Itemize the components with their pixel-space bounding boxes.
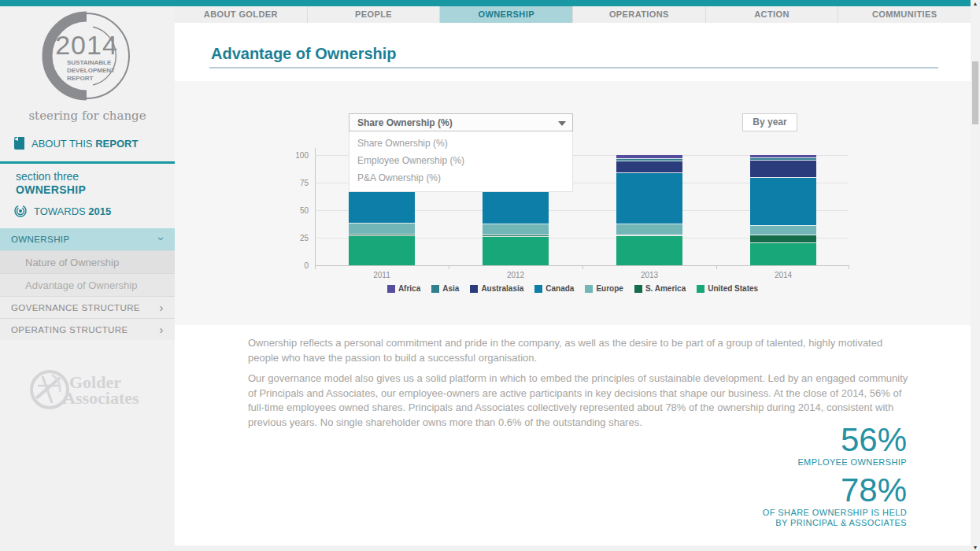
option-share-ownership[interactable]: Share Ownership (%) bbox=[349, 135, 572, 152]
top-nav: ABOUT GOLDERPEOPLEOWNERSHIPOPERATIONSACT… bbox=[175, 6, 971, 23]
x-axis-label-2013: 2013 bbox=[616, 271, 682, 279]
bar-segment-canada bbox=[750, 178, 816, 225]
y-axis-line bbox=[315, 148, 316, 266]
tab-people[interactable]: PEOPLE bbox=[308, 6, 441, 23]
scrollbar-thumb[interactable] bbox=[972, 61, 978, 124]
chevron-right-icon: › bbox=[160, 324, 164, 335]
tab-action[interactable]: ACTION bbox=[706, 6, 839, 23]
y-tick-label: 75 bbox=[283, 179, 309, 187]
title-underline bbox=[209, 67, 938, 68]
scrollbar-up-arrow-icon[interactable]: ▲ bbox=[971, 1, 980, 6]
bar-segment-australasia bbox=[616, 161, 682, 173]
sidebar-item-operating-structure[interactable]: OPERATING STRUCTURE› bbox=[0, 318, 175, 340]
section-heading: section three OWNERSHIP bbox=[16, 170, 86, 197]
bar-segment-canada bbox=[616, 173, 682, 224]
sidebar-item-governance-structure[interactable]: GOVERNANCE STRUCTURE› bbox=[0, 296, 175, 318]
option-employee-ownership[interactable]: Employee Ownership (%) bbox=[349, 152, 572, 169]
legend-swatch bbox=[585, 285, 593, 293]
about-this-report-link[interactable]: ABOUT THIS REPORT bbox=[14, 137, 172, 150]
section-eyebrow: section three bbox=[16, 170, 86, 183]
legend-label: Africa bbox=[398, 284, 420, 293]
svg-text:2014: 2014 bbox=[55, 30, 118, 60]
scrollbar[interactable]: ▲ ▼ bbox=[971, 0, 980, 551]
tab-communities[interactable]: COMMUNITIES bbox=[838, 6, 971, 23]
tab-about-golder[interactable]: ABOUT GOLDER bbox=[175, 6, 308, 23]
legend-item-united-states: United States bbox=[697, 284, 758, 293]
legend-item-europe: Europe bbox=[585, 284, 623, 293]
bar-segment-europe bbox=[616, 224, 682, 235]
metric-select-options: Share Ownership (%)Employee Ownership (%… bbox=[349, 131, 573, 192]
legend-label: S. America bbox=[645, 284, 686, 293]
bar-segment-united-states bbox=[616, 236, 682, 265]
y-tick-label: 0 bbox=[283, 261, 309, 270]
about-report-label: ABOUT THIS REPORT bbox=[31, 138, 138, 150]
y-tick-label: 50 bbox=[283, 206, 309, 215]
chevron-down-icon bbox=[558, 121, 566, 126]
report-logo: 2014 SUSTAINABLE DEVELOPMENT REPORT bbox=[41, 9, 132, 107]
chart-legend: AfricaAsiaAustralasiaCanadaEuropeS. Amer… bbox=[175, 284, 971, 293]
legend-item-africa: Africa bbox=[387, 284, 420, 293]
metric-select-value: Share Ownership (%) bbox=[349, 117, 453, 128]
sidebar-divider bbox=[0, 161, 175, 164]
legend-swatch bbox=[431, 285, 439, 293]
legend-label: United States bbox=[708, 284, 758, 293]
bar-segment-australasia bbox=[750, 161, 816, 178]
sidebar-item-label: GOVERNANCE STRUCTURE bbox=[11, 303, 140, 312]
bar-segment-united-states bbox=[483, 237, 549, 265]
sidebar: 2014 SUSTAINABLE DEVELOPMENT REPORT stee… bbox=[0, 6, 175, 551]
x-tick bbox=[716, 266, 717, 269]
stats-callouts: 56% EMPLOYEE OWNERSHIP 78% OF SHARE OWNE… bbox=[647, 423, 907, 534]
bar-segment-europe bbox=[750, 226, 816, 236]
legend-label: Europe bbox=[596, 284, 623, 293]
chevron-right-icon: › bbox=[160, 301, 164, 313]
by-year-button[interactable]: By year bbox=[742, 113, 797, 131]
svg-text:REPORT: REPORT bbox=[67, 75, 93, 82]
legend-swatch bbox=[387, 285, 395, 293]
metric-select[interactable]: Share Ownership (%) bbox=[349, 113, 573, 131]
legend-item-australasia: Australasia bbox=[470, 284, 523, 293]
sidebar-item-ownership[interactable]: OWNERSHIP› bbox=[0, 228, 175, 250]
x-tick bbox=[449, 266, 449, 269]
svg-text:SUSTAINABLE: SUSTAINABLE bbox=[67, 59, 112, 66]
chart-panel: AfricaAsiaAustralasiaCanadaEuropeS. Amer… bbox=[175, 81, 971, 325]
bar-2013 bbox=[616, 155, 682, 265]
bar-segment-united-states bbox=[750, 243, 816, 265]
tab-ownership[interactable]: OWNERSHIP bbox=[440, 6, 573, 23]
x-axis-label-2012: 2012 bbox=[483, 271, 549, 279]
bar-segment-united-states bbox=[349, 236, 415, 265]
sidebar-item-label: Advantage of Ownership bbox=[25, 279, 137, 291]
legend-label: Australasia bbox=[481, 284, 523, 293]
legend-item-asia: Asia bbox=[431, 284, 459, 293]
legend-swatch bbox=[470, 285, 478, 293]
main-content: Advantage of Ownership AfricaAsiaAustral… bbox=[175, 23, 971, 545]
stat-value-employee-ownership: 56% bbox=[647, 423, 907, 457]
top-accent-bar bbox=[0, 0, 971, 6]
logo-ring-icon: 2014 SUSTAINABLE DEVELOPMENT REPORT bbox=[41, 9, 132, 104]
section-title: OWNERSHIP bbox=[16, 183, 86, 197]
sidebar-item-nature-of-ownership[interactable]: Nature of Ownership bbox=[0, 250, 175, 273]
towards-2015-link[interactable]: TOWARDS 2015 bbox=[14, 205, 172, 217]
paragraph: Our governance model also gives us a sol… bbox=[248, 372, 912, 430]
scrollbar-down-arrow-icon[interactable]: ▼ bbox=[971, 545, 980, 550]
sidebar-item-label: OWNERSHIP bbox=[11, 235, 70, 244]
sidebar-item-label: OPERATING STRUCTURE bbox=[11, 325, 128, 335]
report-book-icon bbox=[14, 137, 24, 150]
legend-item-canada: Canada bbox=[534, 284, 574, 293]
legend-item-s-america: S. America bbox=[634, 284, 686, 293]
report-tagline: steering for change bbox=[0, 109, 175, 123]
bar-segment-europe bbox=[483, 224, 549, 235]
tab-operations[interactable]: OPERATIONS bbox=[573, 6, 706, 23]
stat-label-pa-ownership: OF SHARE OWNERSHIP IS HELD BY PRINCIPAL … bbox=[647, 508, 907, 529]
x-tick bbox=[582, 266, 583, 269]
legend-swatch bbox=[534, 285, 542, 293]
y-tick-label: 100 bbox=[283, 151, 309, 160]
sidebar-item-advantage-of-ownership[interactable]: Advantage of Ownership bbox=[0, 273, 175, 296]
option-p-a-ownership[interactable]: P&A Ownership (%) bbox=[349, 169, 572, 187]
x-tick bbox=[849, 266, 849, 269]
spiral-icon bbox=[14, 205, 27, 217]
bottom-strip bbox=[175, 545, 971, 551]
stat-label-employee-ownership: EMPLOYEE OWNERSHIP bbox=[647, 457, 907, 468]
legend-swatch bbox=[697, 285, 704, 293]
legend-label: Canada bbox=[545, 284, 574, 293]
bar-segment-europe bbox=[349, 224, 415, 235]
